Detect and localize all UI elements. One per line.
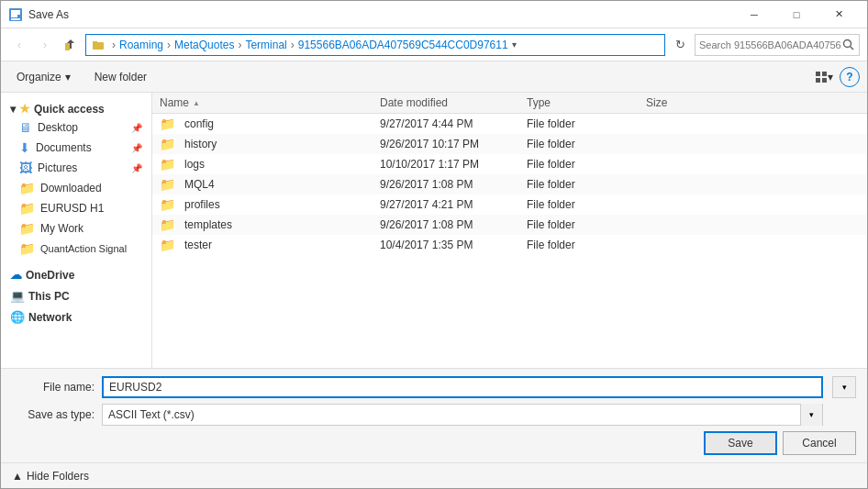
sidebar-item-pictures[interactable]: 🖼 Pictures 📌	[1, 158, 151, 178]
file-name-cell: 📁 tester	[160, 238, 380, 252]
maximize-button[interactable]: □	[775, 1, 818, 28]
svg-rect-12	[816, 72, 820, 76]
pictures-icon: 🖼	[19, 161, 32, 175]
sidebar-thispc-label: This PC	[28, 290, 70, 303]
breadcrumb-roaming[interactable]: Roaming	[119, 39, 163, 51]
forward-button[interactable]: ›	[34, 34, 56, 56]
close-button[interactable]: ✕	[818, 1, 860, 28]
file-name-cell: 📁 config	[160, 117, 380, 131]
breadcrumb-folder[interactable]: 915566BA06ADA407569C544CC0D97611	[298, 39, 508, 51]
file-name-text: tester	[184, 239, 212, 251]
folder-icon: 📁	[160, 197, 175, 212]
col-size-header[interactable]: Size	[646, 96, 719, 109]
search-input[interactable]	[699, 39, 842, 50]
folder-icon: 📁	[160, 137, 175, 151]
file-list-header: Name ▲ Date modified Type Size	[152, 93, 867, 114]
sidebar-item-mywork[interactable]: 📁 My Work	[1, 218, 151, 239]
sidebar-onedrive-header[interactable]: ☁ OneDrive	[1, 262, 151, 283]
table-row[interactable]: 📁 tester 10/4/2017 1:35 PM File folder	[152, 235, 867, 255]
main-content: ▾ ★ Quick access 🖥 Desktop 📌 ⬇ Documents…	[1, 93, 867, 368]
save-button[interactable]: Save	[704, 431, 777, 455]
table-row[interactable]: 📁 MQL4 9/26/2017 1:08 PM File folder	[152, 174, 867, 194]
sidebar-item-downloaded[interactable]: 📁 Downloaded	[1, 178, 151, 198]
help-button[interactable]: ?	[840, 67, 860, 87]
file-name-text: history	[184, 138, 217, 150]
sidebar: ▾ ★ Quick access 🖥 Desktop 📌 ⬇ Documents…	[1, 93, 152, 368]
search-icon	[842, 39, 855, 51]
breadcrumb-dropdown[interactable]: ▾	[512, 39, 517, 50]
sidebar-item-eurusd[interactable]: 📁 EURUSD H1	[1, 198, 151, 218]
col-type-header[interactable]: Type	[527, 96, 646, 109]
svg-rect-9	[93, 41, 97, 43]
table-row[interactable]: 📁 templates 9/26/2017 1:08 PM File folde…	[152, 215, 867, 235]
file-date-cell: 9/27/2017 4:44 PM	[380, 117, 527, 130]
sidebar-network-header[interactable]: 🌐 Network	[1, 305, 151, 326]
sidebar-onedrive-label: OneDrive	[26, 269, 74, 282]
mywork-label: My Work	[40, 222, 83, 235]
sidebar-item-documents[interactable]: ⬇ Documents 📌	[1, 138, 151, 158]
back-button[interactable]: ‹	[8, 34, 30, 56]
file-name-cell: 📁 logs	[160, 157, 380, 172]
svg-marker-6	[67, 39, 74, 43]
file-type-cell: File folder	[527, 198, 646, 211]
table-row[interactable]: 📁 profiles 9/27/2017 4:21 PM File folder	[152, 194, 867, 215]
file-name-text: config	[184, 117, 214, 130]
up-button[interactable]	[60, 34, 82, 56]
onedrive-icon: ☁	[10, 268, 22, 282]
col-date-header[interactable]: Date modified	[380, 96, 527, 109]
sidebar-item-desktop[interactable]: 🖥 Desktop 📌	[1, 117, 151, 138]
sidebar-thispc-header[interactable]: 💻 This PC	[1, 283, 151, 305]
new-folder-label: New folder	[95, 71, 147, 83]
file-date-cell: 9/26/2017 10:17 PM	[380, 138, 527, 150]
minimize-button[interactable]: ─	[733, 1, 775, 28]
pictures-label: Pictures	[38, 161, 77, 174]
file-type-cell: File folder	[527, 158, 646, 171]
file-name-text: MQL4	[184, 178, 215, 191]
folder-icon: 📁	[160, 238, 175, 252]
toolbar: Organize ▾ New folder ▾ ?	[1, 61, 867, 93]
file-type-cell: File folder	[527, 218, 646, 231]
cancel-button[interactable]: Cancel	[783, 431, 856, 455]
file-date-cell: 9/27/2017 4:21 PM	[380, 198, 527, 211]
sidebar-item-quantaction[interactable]: 📁 QuantAction Signal	[1, 239, 151, 259]
organize-button[interactable]: Organize ▾	[8, 66, 79, 88]
savetype-select[interactable]: ASCII Text (*.csv)	[103, 404, 800, 426]
sidebar-quick-access-header[interactable]: ▾ ★ Quick access	[1, 96, 151, 117]
quick-access-arrow: ▾	[10, 103, 16, 116]
new-folder-button[interactable]: New folder	[86, 66, 155, 88]
documents-label: Documents	[36, 141, 92, 154]
breadcrumb-terminal[interactable]: Terminal	[245, 39, 286, 51]
desktop-icon: 🖥	[19, 120, 32, 135]
folder-icon: 📁	[160, 117, 175, 131]
table-row[interactable]: 📁 history 9/26/2017 10:17 PM File folder	[152, 134, 867, 154]
bottom-bar: File name: ▾ Save as type: ASCII Text (*…	[1, 368, 867, 462]
table-row[interactable]: 📁 logs 10/10/2017 1:17 PM File folder	[152, 154, 867, 174]
file-date-cell: 10/4/2017 1:35 PM	[380, 239, 527, 251]
file-name-cell: 📁 MQL4	[160, 177, 380, 192]
file-type-cell: File folder	[527, 178, 646, 191]
svg-rect-8	[93, 42, 104, 50]
savetype-arrow: ▾	[800, 404, 822, 426]
file-date-cell: 10/10/2017 1:17 PM	[380, 158, 527, 171]
desktop-label: Desktop	[38, 121, 78, 134]
refresh-button[interactable]: ↻	[669, 34, 691, 56]
breadcrumb-metaquotes[interactable]: MetaQuotes	[174, 39, 234, 51]
folder-icon: 📁	[160, 177, 175, 192]
col-name-header[interactable]: Name ▲	[160, 96, 380, 109]
breadcrumb-item	[92, 39, 108, 51]
network-icon: 🌐	[10, 310, 25, 324]
file-name-cell: 📁 templates	[160, 217, 380, 232]
svg-rect-14	[816, 78, 820, 83]
pin-icon-desktop: 📌	[131, 123, 142, 133]
savetype-label: Save as type:	[12, 408, 95, 421]
view-button[interactable]: ▾	[810, 66, 838, 88]
toolbar-right: ▾ ?	[810, 66, 860, 88]
search-box	[695, 34, 860, 56]
filename-dropdown[interactable]: ▾	[832, 376, 856, 398]
table-row[interactable]: 📁 config 9/27/2017 4:44 PM File folder	[152, 114, 867, 134]
eurusd-folder-icon: 📁	[19, 201, 35, 216]
button-row: Save Cancel	[12, 431, 856, 455]
filename-input[interactable]	[102, 376, 823, 398]
breadcrumb[interactable]: › Roaming › MetaQuotes › Terminal › 9155…	[85, 34, 665, 56]
hide-folders-bar[interactable]: ▲ Hide Folders	[1, 462, 867, 488]
